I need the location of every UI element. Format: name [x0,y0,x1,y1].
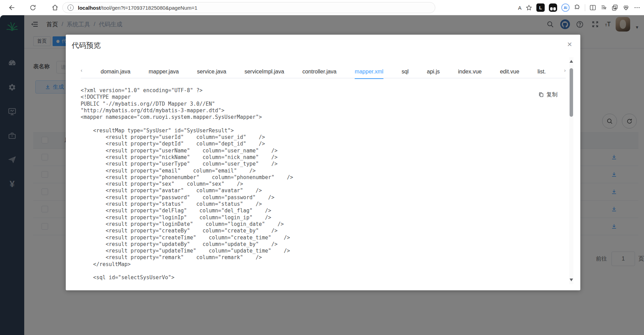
dialog-title: 代码预览 [72,41,101,50]
tabs-next-icon[interactable]: › [564,67,566,76]
browser-essentials-icon[interactable] [623,4,629,11]
code-content: <?xml version="1.0" encoding="UTF-8" ?> … [81,87,562,285]
extension-l-icon[interactable]: L [536,3,545,12]
tab-mapper-java[interactable]: mapper.java [149,69,179,79]
tab-api-js[interactable]: api.js [427,69,440,79]
read-aloud-icon[interactable]: A [518,5,521,11]
scrollbar-thumb[interactable] [570,68,573,117]
extension-dark-icon[interactable] [549,3,557,12]
url-bar[interactable]: i localhost/tool/gen?t=1709371825080&pag… [62,2,435,13]
tab-mapper-xml[interactable]: mapper.xml [355,69,383,79]
tab-domain-java[interactable]: domain.java [101,69,130,79]
tab-edit-vue[interactable]: edit.vue [500,69,519,79]
tab-list-vue[interactable]: list. [537,69,546,79]
code-preview-dialog: 代码预览 × ‹ domain.java mapper.java service… [66,35,580,290]
collections-icon[interactable] [611,4,618,11]
settings-more-icon[interactable] [634,4,641,11]
browser-home-icon[interactable] [49,2,61,14]
tab-controller-java[interactable]: controller.java [302,69,337,79]
extension-ai-icon[interactable]: Ai [561,3,570,12]
browser-refresh-icon[interactable] [27,2,39,14]
scrollbar-up-icon[interactable] [570,60,573,63]
split-screen-icon[interactable] [589,4,596,11]
code-scrollbar [569,57,573,284]
browser-toolbar: i localhost/tool/gen?t=1709371825080&pag… [0,0,644,15]
code-tabs: ‹ domain.java mapper.java service.java s… [81,65,566,78]
tab-index-vue[interactable]: index.vue [458,69,482,79]
favorite-star-icon[interactable] [526,5,532,11]
dialog-close-icon[interactable]: × [567,40,572,49]
tab-sql[interactable]: sql [401,69,408,79]
extensions-puzzle-icon[interactable] [574,4,581,11]
toolbar-divider [585,4,585,11]
url-input[interactable]: localhost/tool/gen?t=1709371825080&pageN… [78,5,197,11]
site-info-icon[interactable]: i [67,5,74,11]
page: i localhost/tool/gen?t=1709371825080&pag… [0,0,644,335]
tab-service-java[interactable]: service.java [197,69,226,79]
browser-actions: A L Ai [518,0,641,15]
favorites-list-icon[interactable] [600,4,607,11]
tab-serviceimpl-java[interactable]: serviceImpl.java [244,69,284,79]
tabs-prev-icon[interactable]: ‹ [81,67,82,76]
scrollbar-down-icon[interactable] [570,279,573,281]
browser-back-icon[interactable] [6,2,18,14]
